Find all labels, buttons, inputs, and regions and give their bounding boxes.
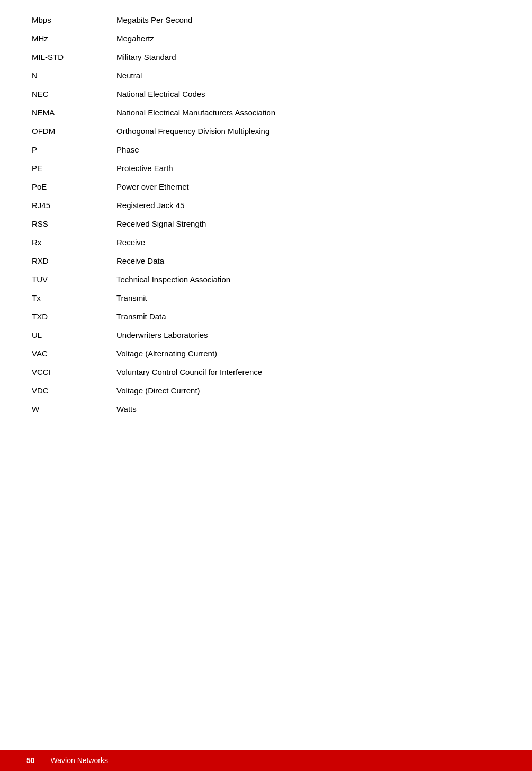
abbreviation-definition: Megahertz: [111, 29, 506, 48]
abbreviation-term: RSS: [26, 214, 111, 233]
abbreviation-definition: National Electrical Manufacturers Associ…: [111, 103, 506, 122]
table-row: TxTransmit: [26, 289, 506, 307]
table-row: PPhase: [26, 140, 506, 159]
abbreviation-definition: Power over Ethernet: [111, 177, 506, 196]
table-row: WWatts: [26, 400, 506, 418]
abbreviation-definition: Orthogonal Frequency Division Multiplexi…: [111, 122, 506, 140]
abbreviation-definition: Neutral: [111, 66, 506, 85]
table-row: NNeutral: [26, 66, 506, 85]
abbreviation-definition: Megabits Per Second: [111, 11, 506, 29]
abbreviation-term: MIL-STD: [26, 48, 111, 66]
table-row: VCCIVoluntary Control Council for Interf…: [26, 363, 506, 381]
abbreviation-definition: Watts: [111, 400, 506, 418]
abbreviation-definition: Transmit: [111, 289, 506, 307]
table-row: OFDMOrthogonal Frequency Division Multip…: [26, 122, 506, 140]
abbreviation-definition: Voltage (Alternating Current): [111, 344, 506, 363]
abbreviation-term: RXD: [26, 252, 111, 270]
abbreviation-definition: Technical Inspection Association: [111, 270, 506, 289]
abbreviation-term: N: [26, 66, 111, 85]
abbreviation-term: PoE: [26, 177, 111, 196]
abbreviation-term: NEMA: [26, 103, 111, 122]
abbreviation-definition: Voluntary Control Council for Interferen…: [111, 363, 506, 381]
abbreviation-definition: National Electrical Codes: [111, 85, 506, 103]
abbreviation-term: W: [26, 400, 111, 418]
table-row: NECNational Electrical Codes: [26, 85, 506, 103]
table-row: NEMANational Electrical Manufacturers As…: [26, 103, 506, 122]
abbreviation-term: RJ45: [26, 196, 111, 214]
abbreviation-term: VAC: [26, 344, 111, 363]
table-row: PoEPower over Ethernet: [26, 177, 506, 196]
abbreviation-definition: Received Signal Strength: [111, 214, 506, 233]
abbreviation-definition: Protective Earth: [111, 159, 506, 177]
table-row: VDCVoltage (Direct Current): [26, 381, 506, 400]
table-row: RSSReceived Signal Strength: [26, 214, 506, 233]
table-row: ULUnderwriters Laboratories: [26, 326, 506, 344]
footer-company: Wavion Networks: [51, 756, 108, 765]
footer-page-number: 50: [26, 756, 35, 765]
abbreviation-definition: Phase: [111, 140, 506, 159]
abbreviation-term: MHz: [26, 29, 111, 48]
abbreviation-definition: Receive: [111, 233, 506, 252]
abbreviation-table: MbpsMegabits Per SecondMHzMegahertzMIL-S…: [26, 11, 506, 418]
abbreviation-definition: Voltage (Direct Current): [111, 381, 506, 400]
abbreviation-term: VCCI: [26, 363, 111, 381]
table-row: RxReceive: [26, 233, 506, 252]
table-row: RXDReceive Data: [26, 252, 506, 270]
table-row: RJ45Registered Jack 45: [26, 196, 506, 214]
abbreviation-term: OFDM: [26, 122, 111, 140]
table-row: MHzMegahertz: [26, 29, 506, 48]
table-row: TUVTechnical Inspection Association: [26, 270, 506, 289]
page-footer: 50 Wavion Networks: [0, 750, 532, 771]
abbreviation-term: PE: [26, 159, 111, 177]
abbreviation-term: Tx: [26, 289, 111, 307]
table-row: VACVoltage (Alternating Current): [26, 344, 506, 363]
abbreviation-term: Rx: [26, 233, 111, 252]
abbreviation-term: VDC: [26, 381, 111, 400]
abbreviation-term: TUV: [26, 270, 111, 289]
abbreviation-term: Mbps: [26, 11, 111, 29]
abbreviation-term: UL: [26, 326, 111, 344]
table-row: MbpsMegabits Per Second: [26, 11, 506, 29]
abbreviation-term: P: [26, 140, 111, 159]
abbreviation-term: TXD: [26, 307, 111, 326]
table-row: MIL-STDMilitary Standard: [26, 48, 506, 66]
table-row: TXDTransmit Data: [26, 307, 506, 326]
page-content: MbpsMegabits Per SecondMHzMegahertzMIL-S…: [0, 0, 532, 461]
abbreviation-term: NEC: [26, 85, 111, 103]
abbreviation-definition: Underwriters Laboratories: [111, 326, 506, 344]
abbreviation-definition: Military Standard: [111, 48, 506, 66]
abbreviation-definition: Transmit Data: [111, 307, 506, 326]
abbreviation-definition: Registered Jack 45: [111, 196, 506, 214]
abbreviation-definition: Receive Data: [111, 252, 506, 270]
table-row: PEProtective Earth: [26, 159, 506, 177]
